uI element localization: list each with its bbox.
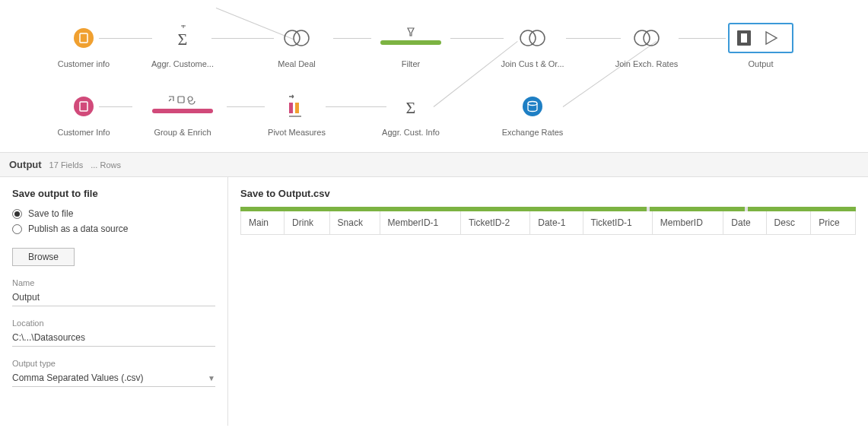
join-icon <box>259 23 335 53</box>
svg-point-9 <box>644 30 659 46</box>
name-label: Name <box>12 278 215 287</box>
flow-canvas[interactable]: Customer infoΣAggr. Custome...Meal DealF… <box>0 0 868 152</box>
radio-save-to-file[interactable]: Save to file <box>12 208 215 219</box>
flow-node-pivot[interactable]: Pivot Measures <box>259 91 335 137</box>
flow-node-aggregate[interactable]: ΣAggr. Cust. Info <box>373 91 449 137</box>
summary-rows: ... Rows <box>91 160 121 170</box>
flow-node-label: Pivot Measures <box>259 128 335 137</box>
radio-publish-datasource[interactable]: Publish as a data source <box>12 224 215 234</box>
flow-node-label: Customer Info <box>46 128 122 137</box>
flow-node-label: Output <box>723 59 799 68</box>
pivot-icon <box>259 91 335 122</box>
column-header[interactable]: TicketID-2 <box>460 211 529 235</box>
radio-icon <box>12 224 22 234</box>
column-header[interactable]: Snack <box>329 211 380 235</box>
flow-node-label: Aggr. Cust. Info <box>373 128 449 137</box>
flow-node-datasource[interactable]: Exchange Rates <box>494 91 571 137</box>
aggregate-icon: Σ <box>145 23 221 53</box>
svg-point-6 <box>520 30 536 46</box>
column-header[interactable]: Price <box>811 211 856 235</box>
flow-node-label: Filter <box>373 59 449 68</box>
column-header[interactable]: Date-1 <box>530 211 583 235</box>
flow-node-datasource[interactable]: Customer info <box>46 23 122 68</box>
output-type-select[interactable]: Comma Separated Values (.csv) ▼ <box>12 369 215 387</box>
preview-panel: Save to Output.csv MainDrinkSnackMemberI… <box>228 177 868 426</box>
side-title: Save output to file <box>12 188 215 199</box>
svg-rect-5 <box>380 40 441 45</box>
svg-text:Σ: Σ <box>406 98 416 117</box>
svg-point-4 <box>294 30 309 46</box>
svg-point-0 <box>74 28 94 48</box>
svg-rect-16 <box>152 109 213 113</box>
datasource-icon <box>494 91 571 122</box>
datasource-icon <box>46 91 122 122</box>
flow-node-output[interactable]: Output <box>723 23 799 68</box>
svg-point-8 <box>634 30 650 46</box>
join-icon <box>494 23 571 53</box>
column-header[interactable]: TicketID-1 <box>583 211 652 235</box>
summary-bar: Output 17 Fields ... Rows <box>0 152 868 177</box>
chevron-down-icon: ▼ <box>208 374 215 382</box>
flow-node-join[interactable]: Join Cus t & Or... <box>494 23 571 68</box>
flow-node-label: Group & Enrich <box>145 128 221 137</box>
summary-title: Output <box>9 159 42 170</box>
flow-node-filter-step[interactable]: Filter <box>373 23 449 68</box>
name-field[interactable]: Output <box>12 289 215 306</box>
location-field[interactable]: C:\...\Datasources <box>12 329 215 347</box>
column-header[interactable]: MemberID-1 <box>380 211 460 235</box>
group-enrich-icon <box>145 91 221 122</box>
radio-icon <box>12 209 22 219</box>
radio-label: Publish as a data source <box>28 224 128 234</box>
flow-node-aggregate[interactable]: ΣAggr. Custome... <box>145 23 221 68</box>
flow-node-label: Meal Deal <box>259 59 335 68</box>
svg-point-20 <box>523 97 542 116</box>
output-type-label: Output type <box>12 359 215 368</box>
svg-rect-18 <box>295 103 299 113</box>
aggregate-icon: Σ <box>373 91 449 122</box>
column-header[interactable]: Drink <box>285 211 329 235</box>
svg-point-13 <box>74 97 94 116</box>
output-settings-panel: Save output to file Save to file Publish… <box>0 177 228 426</box>
flow-node-join[interactable]: Join Exch. Rates <box>609 23 685 68</box>
location-label: Location <box>12 319 215 328</box>
flow-node-label: Aggr. Custome... <box>145 59 221 68</box>
flow-node-join[interactable]: Meal Deal <box>259 23 335 68</box>
datasource-icon <box>46 23 122 53</box>
column-header[interactable]: Main <box>241 211 285 235</box>
svg-point-7 <box>529 30 545 46</box>
flow-node-datasource[interactable]: Customer Info <box>46 91 122 137</box>
column-header[interactable]: Desc <box>766 211 811 235</box>
summary-fields: 17 Fields <box>49 160 84 170</box>
preview-table: MainDrinkSnackMemberID-1TicketID-2Date-1… <box>240 211 856 235</box>
flow-node-label: Exchange Rates <box>494 128 571 137</box>
flow-node-label: Customer info <box>46 59 122 68</box>
flow-node-label: Join Cus t & Or... <box>494 59 571 68</box>
preview-title: Save to Output.csv <box>240 188 856 199</box>
svg-rect-12 <box>741 33 747 43</box>
output-type-value: Comma Separated Values (.csv) <box>12 373 144 383</box>
column-header[interactable]: MemberID <box>652 211 723 235</box>
join-icon <box>609 23 685 53</box>
radio-label: Save to file <box>28 208 73 219</box>
svg-text:Σ: Σ <box>178 30 188 49</box>
filter-step-icon <box>373 23 449 53</box>
flow-node-label: Join Exch. Rates <box>609 59 685 68</box>
column-header[interactable]: Date <box>723 211 766 235</box>
table-header-row: MainDrinkSnackMemberID-1TicketID-2Date-1… <box>241 211 856 235</box>
svg-rect-15 <box>178 97 184 103</box>
field-profile-bar[interactable] <box>240 207 856 211</box>
svg-rect-17 <box>289 103 293 113</box>
flow-node-group-enrich[interactable]: Group & Enrich <box>145 91 221 137</box>
output-icon <box>723 23 799 53</box>
browse-button[interactable]: Browse <box>12 248 75 266</box>
svg-point-3 <box>285 30 300 46</box>
